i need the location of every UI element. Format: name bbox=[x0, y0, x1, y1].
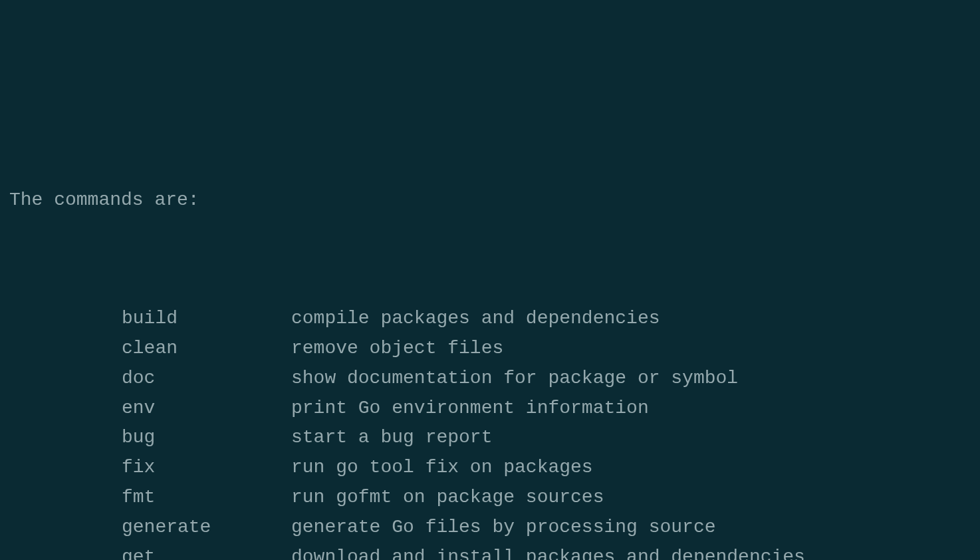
commands-list: buildcompile packages and dependenciescl… bbox=[9, 304, 971, 560]
command-row: getdownload and install packages and dep… bbox=[9, 543, 971, 560]
command-name: env bbox=[122, 394, 291, 424]
command-row: buildcompile packages and dependencies bbox=[9, 304, 971, 334]
command-row: bugstart a bug report bbox=[9, 423, 971, 453]
command-description: download and install packages and depend… bbox=[291, 547, 805, 560]
command-name: doc bbox=[122, 364, 291, 394]
command-row: fmtrun gofmt on package sources bbox=[9, 483, 971, 513]
command-name: fix bbox=[122, 453, 291, 483]
command-name: build bbox=[122, 304, 291, 334]
command-name: generate bbox=[122, 513, 291, 543]
command-description: show documentation for package or symbol bbox=[291, 368, 738, 388]
command-name: bug bbox=[122, 423, 291, 453]
command-row: cleanremove object files bbox=[9, 334, 971, 364]
command-description: compile packages and dependencies bbox=[291, 308, 660, 329]
command-description: run go tool fix on packages bbox=[291, 457, 593, 478]
command-name: fmt bbox=[122, 483, 291, 513]
command-row: fixrun go tool fix on packages bbox=[9, 453, 971, 483]
terminal-output: The commands are: buildcompile packages … bbox=[9, 126, 971, 560]
command-description: run gofmt on package sources bbox=[291, 487, 604, 507]
command-description: generate Go files by processing source bbox=[291, 517, 716, 537]
command-description: start a bug report bbox=[291, 427, 492, 448]
command-description: remove object files bbox=[291, 338, 503, 358]
command-row: generategenerate Go files by processing … bbox=[9, 513, 971, 543]
command-name: get bbox=[122, 543, 291, 560]
commands-header: The commands are: bbox=[9, 186, 971, 215]
command-name: clean bbox=[122, 334, 291, 364]
command-description: print Go environment information bbox=[291, 398, 649, 418]
command-row: envprint Go environment information bbox=[9, 394, 971, 424]
command-row: docshow documentation for package or sym… bbox=[9, 364, 971, 394]
